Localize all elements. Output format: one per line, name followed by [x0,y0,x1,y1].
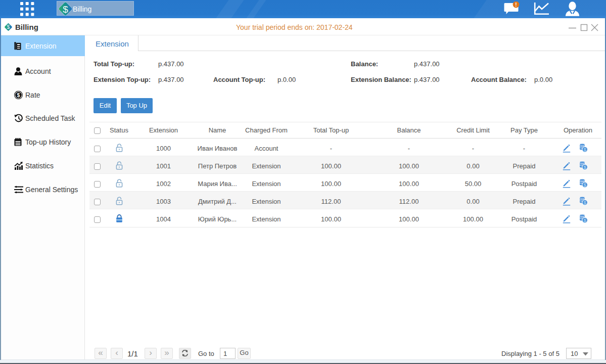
svg-text:$: $ [17,92,20,98]
svg-text:!: ! [515,2,517,8]
svg-text:$: $ [63,4,68,15]
svg-text:$: $ [7,24,10,30]
